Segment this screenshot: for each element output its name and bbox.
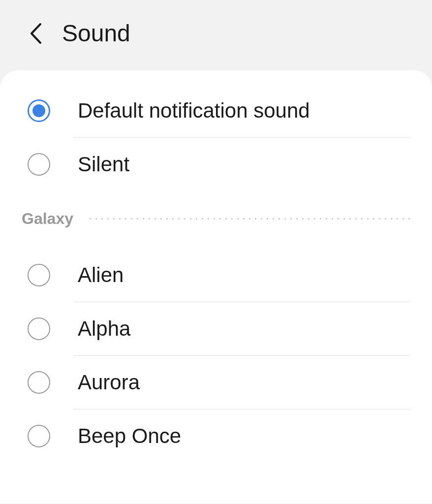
sound-option-alien[interactable]: Alien bbox=[0, 249, 432, 302]
header: Sound bbox=[0, 0, 432, 70]
radio-unselected-icon bbox=[28, 264, 50, 286]
page-title: Sound bbox=[62, 20, 130, 47]
option-label: Silent bbox=[78, 153, 129, 176]
sound-option-beep-once[interactable]: Beep Once bbox=[0, 410, 432, 463]
option-label: Default notification sound bbox=[78, 99, 310, 123]
sound-option-silent[interactable]: Silent bbox=[0, 138, 432, 191]
content-card: Default notification sound Silent Galaxy… bbox=[0, 70, 432, 504]
back-icon[interactable] bbox=[29, 22, 42, 45]
radio-unselected-icon bbox=[28, 153, 50, 176]
option-label: Beep Once bbox=[78, 424, 181, 448]
radio-selected-icon bbox=[28, 99, 50, 122]
sound-option-aurora[interactable]: Aurora bbox=[0, 356, 432, 409]
radio-unselected-icon bbox=[28, 317, 50, 340]
option-label: Alien bbox=[78, 263, 123, 287]
sound-option-alpha[interactable]: Alpha bbox=[0, 302, 432, 355]
section-header: Galaxy bbox=[0, 191, 432, 249]
option-label: Alpha bbox=[78, 317, 130, 341]
option-label: Aurora bbox=[78, 371, 140, 394]
radio-unselected-icon bbox=[28, 371, 50, 394]
section-title: Galaxy bbox=[22, 210, 73, 228]
dotted-divider bbox=[89, 218, 410, 220]
radio-unselected-icon bbox=[28, 425, 50, 447]
sound-option-default[interactable]: Default notification sound bbox=[0, 84, 432, 137]
